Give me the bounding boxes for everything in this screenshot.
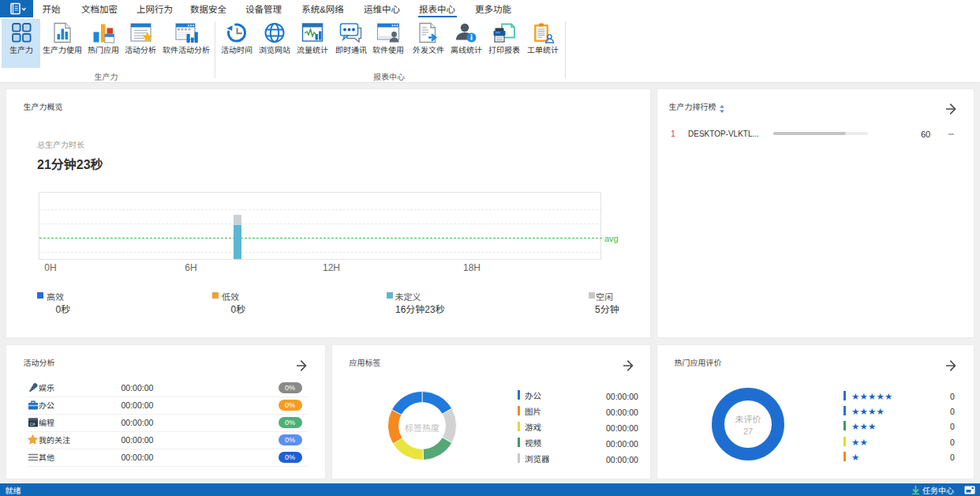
svg-text:C#: C#: [30, 422, 36, 426]
